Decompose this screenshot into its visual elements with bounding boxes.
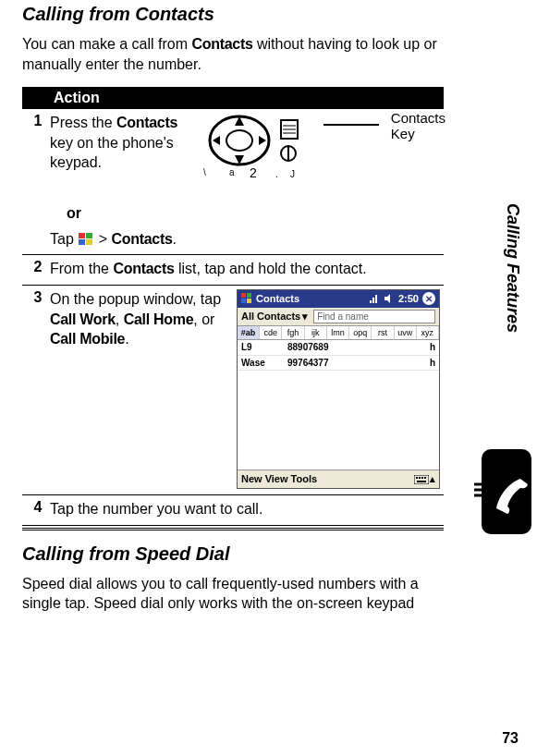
svg-text:a: a	[229, 167, 235, 177]
svg-rect-17	[86, 239, 92, 245]
svg-rect-24	[419, 477, 421, 479]
page-number: 73	[502, 730, 519, 747]
step1-or: or	[67, 203, 440, 224]
section1-title: Calling from Contacts	[22, 4, 444, 25]
step4-number: 4	[22, 495, 50, 526]
svg-rect-25	[421, 477, 423, 479]
svg-rect-27	[417, 481, 426, 482]
step1-tap-mid: >	[99, 231, 112, 247]
step3-number: 3	[22, 285, 50, 494]
list-item: Wase 99764377 h	[238, 356, 439, 372]
keypad-illustration: \ a 2 . J Contacts Key	[198, 113, 440, 196]
step3-post: .	[125, 331, 128, 347]
svg-rect-16	[79, 239, 85, 245]
side-chapter-label: Calling Features	[503, 203, 522, 333]
svg-rect-22	[414, 475, 429, 484]
section1-intro: You can make a call from Contacts withou…	[22, 34, 444, 74]
step1-bold: Contacts	[116, 115, 177, 130]
step1-post: key on the phone's keypad.	[50, 135, 174, 171]
scr-time: 2:50	[398, 292, 419, 306]
step3-pre: On the popup window, tap	[50, 291, 221, 307]
svg-text:.: .	[275, 169, 278, 179]
contacts-key-callout: Contacts Key	[391, 111, 445, 141]
search-input: Find a name	[313, 310, 435, 324]
svg-rect-21	[247, 299, 251, 303]
action-header: Action	[22, 87, 444, 109]
contacts-screenshot: Contacts 2:50 ✕	[237, 289, 440, 489]
svg-rect-26	[424, 477, 426, 479]
speaker-icon	[384, 293, 395, 304]
step1-pre: Press the	[50, 115, 116, 130]
step3-mid2: , or	[193, 311, 214, 327]
windows-flag-icon	[241, 293, 252, 304]
chapter-phone-icon	[474, 449, 531, 534]
section2-body: Speed dial allows you to call frequently…	[22, 574, 444, 614]
scr-bottom-menu: New View Tools	[241, 472, 317, 486]
svg-text:2: 2	[250, 165, 257, 179]
svg-rect-18	[241, 293, 246, 298]
step2-bold: Contacts	[113, 261, 174, 276]
intro-bold: Contacts	[192, 36, 253, 52]
keyboard-icon: ▴	[414, 472, 435, 486]
step3-mid1: ,	[116, 311, 124, 327]
filter-dropdown: All Contacts ▾	[241, 310, 308, 323]
step3-b1: Call Work	[50, 311, 116, 327]
list-item: L9 88907689 h	[238, 340, 439, 356]
section2-title: Calling from Speed Dial	[22, 543, 444, 565]
step4-text: Tap the number you want to call.	[50, 495, 444, 526]
svg-rect-23	[416, 477, 418, 479]
step1-number: 1	[22, 109, 50, 255]
step3-b2: Call Home	[124, 311, 194, 327]
alpha-tabs: #abcdefghijklmnopqrstuvwxyz	[238, 326, 439, 340]
intro-pre: You can make a call from	[22, 36, 192, 52]
chevron-down-icon: ▾	[302, 310, 308, 323]
svg-rect-19	[247, 293, 251, 298]
action-table: Action 1 Press the Contacts key on the p…	[22, 87, 444, 526]
step1-tap-bold: Contacts	[112, 231, 173, 247]
table-end-rule	[22, 528, 444, 530]
step2-pre: From the	[50, 261, 113, 276]
signal-icon	[369, 293, 380, 304]
svg-text:\: \	[203, 167, 206, 177]
scr-title: Contacts	[256, 292, 299, 306]
svg-rect-15	[86, 233, 92, 238]
step2-post: list, tap and hold the contact.	[175, 261, 367, 276]
step1-tap-pre: Tap	[50, 231, 78, 247]
svg-rect-14	[79, 233, 85, 238]
step3-b3: Call Mobile	[50, 331, 125, 347]
svg-rect-20	[241, 299, 246, 303]
svg-text:J: J	[290, 169, 295, 179]
step2-number: 2	[22, 255, 50, 286]
windows-flag-icon	[78, 232, 94, 247]
close-icon: ✕	[422, 292, 435, 305]
